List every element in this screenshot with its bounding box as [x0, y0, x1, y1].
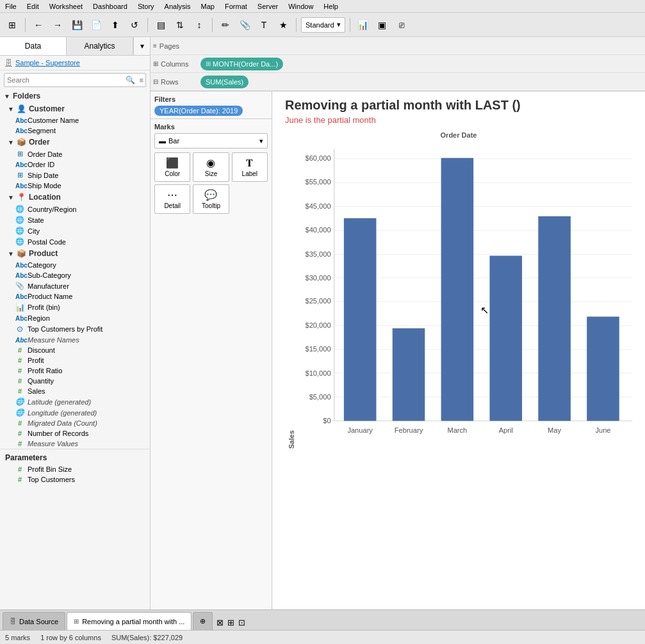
- field-city[interactable]: 🌐 City: [0, 225, 150, 236]
- field-migrated-data[interactable]: # Migrated Data (Count): [0, 418, 150, 428]
- datasource-name[interactable]: Sample - Superstore: [15, 59, 80, 67]
- tab-right-btn[interactable]: ⊡: [238, 618, 245, 627]
- marks-label-btn[interactable]: 𝐓 Label: [232, 152, 268, 182]
- section-product[interactable]: ▼ 📦 Product: [0, 247, 150, 260]
- field-profit[interactable]: # Profit: [0, 355, 150, 366]
- tab-datasource[interactable]: 🗄 Data Source: [3, 612, 65, 630]
- toolbar-undo-btn[interactable]: ←: [30, 17, 47, 33]
- field-manufacturer[interactable]: 📎 Manufacturer: [0, 280, 150, 291]
- color-icon: ⬛: [166, 157, 179, 169]
- toolbar-text-btn[interactable]: T: [256, 17, 272, 33]
- tab-add[interactable]: ⊕: [193, 612, 213, 630]
- section-location[interactable]: ▼ 📍 Location: [0, 191, 150, 204]
- menu-worksheet[interactable]: Worksheet: [49, 3, 83, 10]
- menu-file[interactable]: File: [5, 3, 17, 10]
- bar-may[interactable]: [538, 216, 571, 421]
- field-subcategory[interactable]: Abc Sub-Category: [0, 270, 150, 280]
- toolbar-share-btn[interactable]: ⎚: [393, 17, 410, 33]
- menu-dashboard[interactable]: Dashboard: [93, 3, 127, 10]
- field-customer-name[interactable]: Abc Customer Name: [0, 115, 150, 125]
- field-profit-bin-size[interactable]: # Profit Bin Size: [0, 464, 150, 474]
- list-view-icon[interactable]: ≡: [138, 76, 145, 84]
- section-order[interactable]: ▼ 📦 Order: [0, 136, 150, 149]
- rows-pill[interactable]: SUM(Sales): [200, 76, 249, 88]
- field-region[interactable]: Abc Region: [0, 313, 150, 323]
- toolbar-home-btn[interactable]: ⊞: [4, 17, 20, 33]
- bar-june[interactable]: [587, 317, 619, 421]
- status-bar: 5 marks 1 row by 6 columns SUM(Sales): $…: [0, 630, 645, 644]
- field-postal[interactable]: 🌐 Postal Code: [0, 236, 150, 247]
- toolbar-bookmark-btn[interactable]: ★: [275, 17, 291, 33]
- toolbar-sort-btn[interactable]: ↕: [191, 17, 208, 33]
- marks-type-dropdown[interactable]: ▬ Bar ▾: [154, 133, 268, 149]
- field-ship-mode[interactable]: Abc Ship Mode: [0, 181, 150, 191]
- field-measure-names[interactable]: Abc Measure Names: [0, 335, 150, 345]
- field-top-customers-param[interactable]: # Top Customers: [0, 474, 150, 485]
- field-latitude[interactable]: 🌐 Latitude (generated): [0, 396, 150, 407]
- status-sum: SUM(Sales): $227,029: [111, 634, 183, 641]
- tab-worksheet[interactable]: ⊞ Removing a partial month with ...: [67, 612, 192, 630]
- field-longitude[interactable]: 🌐 Longitude (generated): [0, 407, 150, 418]
- field-discount[interactable]: # Discount: [0, 345, 150, 355]
- menu-window[interactable]: Window: [288, 3, 313, 10]
- menu-analysis[interactable]: Analysis: [165, 3, 191, 10]
- field-label: Country/Region: [28, 205, 76, 213]
- section-customer[interactable]: ▼ 👤 Customer: [0, 102, 150, 115]
- columns-pill[interactable]: ⊞ MONTH(Order Da...): [200, 58, 283, 70]
- marks-color-btn[interactable]: ⬛ Color: [154, 152, 190, 182]
- database-icon: 🗄: [5, 59, 12, 67]
- menu-server[interactable]: Server: [257, 3, 278, 10]
- field-label: Profit Bin Size: [28, 465, 72, 473]
- folders-header[interactable]: ▼ Folders: [0, 90, 150, 102]
- menu-help[interactable]: Help: [323, 3, 338, 10]
- field-top-customers[interactable]: ⊙ Top Customers by Profit: [0, 323, 150, 335]
- bar-february[interactable]: [393, 328, 425, 421]
- toolbar-show-btn[interactable]: ▤: [152, 17, 169, 33]
- toolbar-swap-btn[interactable]: ⇅: [172, 17, 188, 33]
- filter-pill[interactable]: YEAR(Order Date): 2019: [154, 106, 243, 116]
- bar-march[interactable]: [441, 158, 474, 421]
- sidebar-tab-analytics[interactable]: Analytics: [67, 37, 133, 55]
- toolbar-publish-btn[interactable]: ⬆: [107, 17, 124, 33]
- search-input[interactable]: [4, 76, 123, 84]
- field-profit-bin[interactable]: 📊 Profit (bin): [0, 302, 150, 313]
- hash-icon: #: [15, 377, 24, 385]
- field-order-date[interactable]: ⊞ Order Date: [0, 149, 150, 159]
- field-order-id[interactable]: Abc Order ID: [0, 159, 150, 170]
- marks-tooltip-btn[interactable]: 💬 Tooltip: [193, 184, 229, 214]
- menu-format[interactable]: Format: [225, 3, 247, 10]
- tab-datasource-label: Data Source: [19, 618, 58, 625]
- field-country[interactable]: 🌐 Country/Region: [0, 204, 150, 214]
- field-measure-values[interactable]: # Measure Values: [0, 439, 150, 449]
- marks-size-btn[interactable]: ◉ Size: [193, 152, 229, 182]
- toolbar-chart-type-btn[interactable]: 📊: [355, 17, 371, 33]
- toolbar-present-btn[interactable]: ▣: [374, 17, 391, 33]
- field-segment[interactable]: Abc Segment: [0, 125, 150, 136]
- abc-icon: Abc: [15, 117, 24, 124]
- bar-january[interactable]: [344, 218, 377, 421]
- field-quantity[interactable]: # Quantity: [0, 376, 150, 386]
- field-product-name[interactable]: Abc Product Name: [0, 291, 150, 302]
- toolbar-redo-btn[interactable]: →: [49, 17, 66, 33]
- tab-grid-btn[interactable]: ⊞: [227, 618, 234, 627]
- tab-left-btn[interactable]: ⊠: [216, 618, 224, 627]
- field-profit-ratio[interactable]: # Profit Ratio: [0, 366, 150, 376]
- menu-edit[interactable]: Edit: [27, 3, 39, 10]
- toolbar-highlight-btn[interactable]: ✏: [217, 17, 234, 33]
- field-state[interactable]: 🌐 State: [0, 214, 150, 225]
- field-ship-date[interactable]: ⊞ Ship Date: [0, 170, 150, 181]
- toolbar-view-dropdown[interactable]: Standard ▾: [301, 17, 345, 33]
- toolbar-new-btn[interactable]: 📄: [88, 17, 104, 33]
- toolbar-refresh-btn[interactable]: ↺: [126, 17, 143, 33]
- bar-april[interactable]: [489, 256, 522, 421]
- sidebar-tab-menu[interactable]: ▾: [133, 37, 150, 55]
- field-category[interactable]: Abc Category: [0, 260, 150, 270]
- toolbar-save-btn[interactable]: 💾: [69, 17, 85, 33]
- marks-detail-btn[interactable]: ⋯ Detail: [154, 184, 190, 214]
- sidebar-tab-data[interactable]: Data: [0, 37, 67, 55]
- menu-story[interactable]: Story: [138, 3, 154, 10]
- toolbar-tooltip-btn[interactable]: 📎: [236, 17, 253, 33]
- field-sales[interactable]: # Sales: [0, 386, 150, 396]
- menu-map[interactable]: Map: [201, 3, 215, 10]
- field-num-records[interactable]: # Number of Records: [0, 428, 150, 439]
